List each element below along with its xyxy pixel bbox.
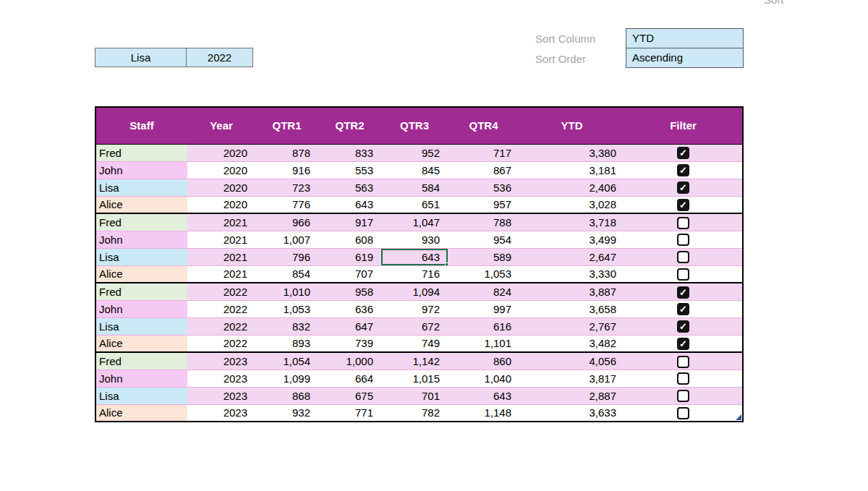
cell-qtr4[interactable]: 1,040 [448, 370, 519, 387]
cell-qtr2[interactable]: 619 [318, 248, 381, 265]
year-filter-cell[interactable]: 2022 [186, 48, 253, 67]
cell-qtr4[interactable]: 717 [448, 144, 519, 161]
cell-qtr4[interactable]: 1,101 [448, 335, 519, 352]
cell-year[interactable]: 2022 [187, 335, 255, 352]
cell-staff[interactable]: John [95, 231, 187, 248]
cell-staff[interactable]: John [95, 161, 187, 179]
cell-qtr1[interactable]: 966 [255, 213, 318, 231]
cell-qtr1[interactable]: 868 [255, 387, 318, 404]
cell-qtr1[interactable]: 916 [255, 161, 318, 179]
cell-qtr1[interactable]: 723 [255, 179, 318, 196]
filter-checkbox[interactable] [677, 182, 689, 194]
table-resize-handle-icon[interactable] [736, 414, 741, 420]
cell-qtr2[interactable]: 675 [318, 387, 381, 404]
cell-qtr3[interactable]: 651 [381, 196, 448, 213]
cell-qtr2[interactable]: 771 [318, 404, 381, 422]
filter-checkbox[interactable] [677, 199, 689, 211]
cell-qtr3[interactable]: 1,142 [381, 352, 448, 370]
col-header-year[interactable]: Year [187, 107, 255, 144]
cell-year[interactable]: 2020 [187, 161, 255, 179]
cell-staff[interactable]: Fred [95, 213, 187, 231]
cell-staff[interactable]: Lisa [95, 317, 187, 335]
filter-checkbox[interactable] [677, 147, 689, 159]
cell-qtr3[interactable]: 701 [381, 387, 448, 404]
cell-qtr2[interactable]: 1,000 [318, 352, 381, 370]
cell-staff[interactable]: Alice [95, 404, 187, 422]
filter-checkbox[interactable] [677, 390, 689, 402]
cell-qtr4[interactable]: 860 [448, 352, 519, 370]
sort-order-cell[interactable]: Ascending [626, 48, 744, 68]
cell-year[interactable]: 2021 [187, 248, 255, 265]
cell-year[interactable]: 2021 [187, 213, 255, 231]
cell-qtr2[interactable]: 553 [318, 161, 381, 179]
cell-ytd[interactable]: 3,633 [519, 404, 624, 422]
cell-ytd[interactable]: 2,406 [519, 179, 624, 196]
cell-qtr3[interactable]: 1,094 [381, 283, 448, 300]
staff-filter-cell[interactable]: Lisa [95, 48, 187, 67]
cell-qtr2[interactable]: 917 [318, 213, 381, 231]
cell-qtr4[interactable]: 788 [448, 213, 519, 231]
col-header-ytd[interactable]: YTD [519, 107, 624, 144]
cell-qtr2[interactable]: 833 [318, 144, 381, 161]
cell-qtr2[interactable]: 664 [318, 370, 381, 387]
cell-qtr1[interactable]: 1,053 [255, 300, 318, 317]
cell-staff[interactable]: John [95, 300, 187, 317]
cell-qtr1[interactable]: 893 [255, 335, 318, 352]
cell-ytd[interactable]: 3,718 [519, 213, 624, 231]
cell-qtr2[interactable]: 636 [318, 300, 381, 317]
filter-checkbox[interactable] [677, 372, 689, 385]
cell-qtr4[interactable]: 997 [448, 300, 519, 317]
filter-checkbox[interactable] [677, 356, 689, 368]
cell-qtr3[interactable]: 1,015 [381, 370, 448, 387]
filter-checkbox[interactable] [677, 217, 689, 229]
selected-cell-qtr3[interactable]: 643 [381, 248, 448, 265]
cell-qtr1[interactable]: 878 [255, 144, 318, 161]
cell-year[interactable]: 2022 [187, 283, 255, 300]
cell-qtr4[interactable]: 957 [448, 196, 519, 213]
cell-qtr1[interactable]: 796 [255, 248, 318, 265]
cell-ytd[interactable]: 3,330 [519, 265, 624, 283]
col-header-qtr1[interactable]: QTR1 [255, 107, 318, 144]
cell-ytd[interactable]: 2,887 [519, 387, 624, 404]
cell-ytd[interactable]: 3,482 [519, 335, 624, 352]
cell-ytd[interactable]: 4,056 [519, 352, 624, 370]
fill-handle[interactable] [445, 262, 448, 266]
cell-qtr1[interactable]: 854 [255, 265, 318, 283]
filter-checkbox[interactable] [677, 268, 689, 281]
cell-qtr4[interactable]: 643 [448, 387, 519, 404]
cell-qtr3[interactable]: 930 [381, 231, 448, 248]
cell-qtr4[interactable]: 1,053 [448, 265, 519, 283]
cell-staff[interactable]: Lisa [95, 248, 187, 265]
col-header-qtr3[interactable]: QTR3 [381, 107, 448, 144]
cell-qtr4[interactable]: 867 [448, 161, 519, 179]
cell-year[interactable]: 2023 [187, 387, 255, 404]
cell-year[interactable]: 2023 [187, 352, 255, 370]
cell-ytd[interactable]: 3,658 [519, 300, 624, 317]
cell-ytd[interactable]: 3,380 [519, 144, 624, 161]
cell-year[interactable]: 2021 [187, 265, 255, 283]
col-header-qtr4[interactable]: QTR4 [448, 107, 519, 144]
cell-staff[interactable]: Fred [95, 144, 187, 161]
cell-qtr4[interactable]: 824 [448, 283, 519, 300]
cell-year[interactable]: 2022 [187, 317, 255, 335]
sort-column-cell[interactable]: YTD [626, 28, 744, 48]
cell-qtr4[interactable]: 1,148 [448, 404, 519, 422]
cell-qtr3[interactable]: 1,047 [381, 213, 448, 231]
filter-checkbox[interactable] [677, 234, 689, 246]
cell-year[interactable]: 2021 [187, 231, 255, 248]
cell-qtr2[interactable]: 958 [318, 283, 381, 300]
cell-qtr2[interactable]: 739 [318, 335, 381, 352]
cell-qtr3[interactable]: 672 [381, 317, 448, 335]
cell-qtr4[interactable]: 536 [448, 179, 519, 196]
cell-ytd[interactable]: 3,499 [519, 231, 624, 248]
filter-checkbox[interactable] [677, 338, 689, 350]
col-header-qtr2[interactable]: QTR2 [318, 107, 381, 144]
cell-staff[interactable]: John [95, 370, 187, 387]
cell-staff[interactable]: Alice [95, 265, 187, 283]
cell-qtr1[interactable]: 1,007 [255, 231, 318, 248]
cell-staff[interactable]: Lisa [95, 179, 187, 196]
cell-staff[interactable]: Fred [95, 283, 187, 300]
filter-checkbox[interactable] [677, 303, 689, 315]
cell-ytd[interactable]: 3,181 [519, 161, 624, 179]
cell-qtr3[interactable]: 584 [381, 179, 448, 196]
